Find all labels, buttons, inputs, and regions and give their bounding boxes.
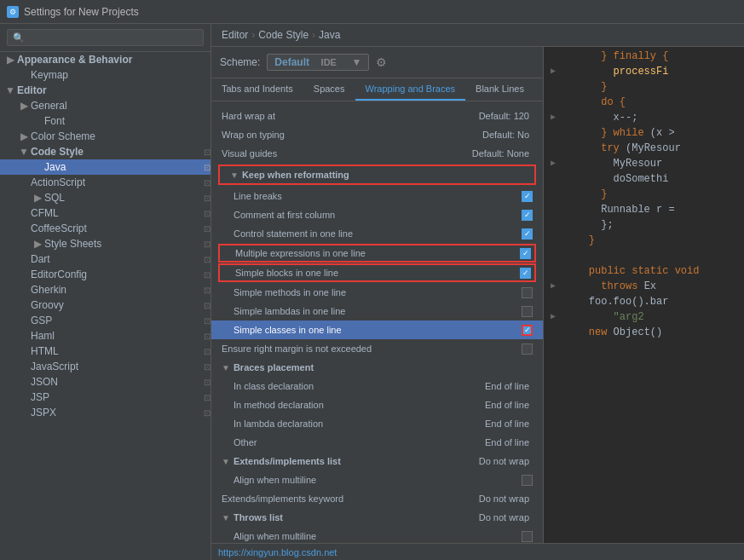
row-simple-classes[interactable]: Simple classes in one line bbox=[211, 320, 543, 339]
sidebar-item-sql[interactable]: ▶ SQL ⊡ bbox=[0, 190, 211, 205]
copy-icon-haml: ⊡ bbox=[204, 332, 211, 341]
code-content: } finally { ▶ processFi } do { bbox=[544, 47, 744, 543]
code-line-14 bbox=[551, 250, 737, 265]
value-throws-list: Do not wrap bbox=[461, 512, 529, 522]
value-extends-keyword: Do not wrap bbox=[461, 494, 529, 504]
sidebar-item-gherkin[interactable]: Gherkin ⊡ bbox=[0, 282, 211, 297]
label-align-multiline-throws: Align when multiline bbox=[222, 531, 522, 541]
settings-code-split: Scheme: Default IDE ▼ ⚙ Tabs and Indents… bbox=[211, 47, 744, 543]
sidebar-item-groovy[interactable]: Groovy ⊡ bbox=[0, 297, 211, 313]
arrow-sql: ▶ bbox=[31, 192, 44, 204]
sidebar-item-javascript[interactable]: JavaScript ⊡ bbox=[0, 359, 211, 374]
copy-icon-cfml: ⊡ bbox=[204, 209, 211, 218]
sidebar-item-html[interactable]: HTML ⊡ bbox=[0, 344, 211, 359]
row-align-multiline-throws[interactable]: Align when multiline bbox=[211, 527, 543, 543]
check-simple-blocks[interactable] bbox=[520, 268, 531, 279]
section-extends-list[interactable]: ▼ Extends/implements list Do not wrap bbox=[211, 452, 543, 471]
check-align-multiline-throws[interactable] bbox=[522, 531, 533, 542]
editorconfig-label: EditorConfig bbox=[31, 268, 202, 280]
sidebar-item-editor[interactable]: ▼ Editor bbox=[0, 83, 211, 98]
breadcrumb-java: Java bbox=[319, 29, 340, 41]
sidebar-item-gsp[interactable]: GSP ⊡ bbox=[0, 313, 211, 328]
section-braces-placement[interactable]: ▼ Braces placement bbox=[211, 358, 543, 377]
row-multiple-expressions[interactable]: Multiple expressions in one line bbox=[218, 244, 536, 263]
value-other-brace: End of line bbox=[461, 437, 529, 447]
code-line-10: } bbox=[551, 188, 737, 204]
row-simple-methods[interactable]: Simple methods in one line bbox=[211, 283, 543, 302]
code-line-3: } bbox=[551, 81, 737, 96]
row-other-brace[interactable]: Other End of line bbox=[211, 433, 543, 452]
editor-label: Editor bbox=[17, 84, 211, 96]
row-simple-lambdas[interactable]: Simple lambdas in one line bbox=[211, 302, 543, 320]
row-method-declaration[interactable]: In method declaration End of line bbox=[211, 395, 543, 414]
sidebar-item-style-sheets[interactable]: ▶ Style Sheets ⊡ bbox=[0, 236, 211, 251]
sidebar-item-color-scheme[interactable]: ▶ Color Scheme bbox=[0, 129, 211, 144]
arrow-color-scheme: ▶ bbox=[17, 130, 31, 142]
sidebar-item-java[interactable]: Java ⊡ bbox=[0, 159, 211, 175]
sidebar-item-code-style[interactable]: ▼ Code Style ⊡ bbox=[0, 144, 211, 159]
breadcrumb-code-style: Code Style bbox=[258, 29, 309, 41]
tab-spaces[interactable]: Spaces bbox=[303, 78, 355, 101]
code-line-7: try (MyResour bbox=[551, 142, 737, 158]
row-lambda-declaration[interactable]: In lambda declaration End of line bbox=[211, 414, 543, 433]
tab-javadoc[interactable]: JavaDoc bbox=[534, 78, 543, 101]
copy-icon-actionscript: ⊡ bbox=[204, 178, 211, 188]
label-simple-blocks: Simple blocks in one line bbox=[223, 268, 520, 278]
sidebar-item-actionscript[interactable]: ActionScript ⊡ bbox=[0, 175, 211, 190]
scheme-badge: IDE bbox=[321, 57, 337, 67]
search-input[interactable] bbox=[7, 29, 204, 46]
java-label: Java bbox=[44, 161, 202, 173]
label-comment-first-column: Comment at first column bbox=[222, 210, 522, 220]
arrow-editor: ▼ bbox=[3, 84, 17, 96]
copy-icon-coffeescript: ⊡ bbox=[204, 224, 211, 234]
code-line-4: do { bbox=[551, 96, 737, 112]
sidebar-item-cfml[interactable]: CFML ⊡ bbox=[0, 205, 211, 221]
code-line-8: ▶ MyResour bbox=[551, 158, 737, 173]
gsp-label: GSP bbox=[31, 315, 202, 326]
gear-icon[interactable]: ⚙ bbox=[376, 55, 387, 69]
row-line-breaks[interactable]: Line breaks bbox=[211, 187, 543, 205]
check-comment-first-column[interactable] bbox=[522, 210, 533, 221]
row-comment-first-column[interactable]: Comment at first column bbox=[211, 205, 543, 224]
check-multiple-expressions[interactable] bbox=[520, 248, 531, 259]
copy-icon-style-sheets: ⊡ bbox=[204, 240, 211, 249]
row-class-declaration[interactable]: In class declaration End of line bbox=[211, 377, 543, 395]
sidebar-item-general[interactable]: ▶ General bbox=[0, 98, 211, 113]
row-extends-keyword[interactable]: Extends/implements keyword Do not wrap bbox=[211, 489, 543, 508]
check-simple-methods[interactable] bbox=[522, 287, 533, 298]
section-keep-reformatting[interactable]: ▼ Keep when reformatting bbox=[218, 165, 536, 185]
section-throws-list[interactable]: ▼ Throws list Do not wrap bbox=[211, 508, 543, 527]
row-control-statement[interactable]: Control statement in one line bbox=[211, 224, 543, 243]
sidebar-item-jspx[interactable]: JSPX ⊡ bbox=[0, 405, 211, 420]
check-control-statement[interactable] bbox=[522, 228, 533, 240]
row-simple-blocks[interactable]: Simple blocks in one line bbox=[218, 263, 536, 282]
groovy-label: Groovy bbox=[31, 299, 202, 311]
tab-wrapping-braces[interactable]: Wrapping and Braces bbox=[355, 78, 466, 101]
check-align-multiline-extends[interactable] bbox=[522, 475, 533, 486]
sidebar-item-jsp[interactable]: JSP ⊡ bbox=[0, 390, 211, 405]
sidebar-item-editorconfig[interactable]: EditorConfig ⊡ bbox=[0, 267, 211, 282]
sidebar-item-json[interactable]: JSON ⊡ bbox=[0, 374, 211, 390]
scheme-select[interactable]: Default IDE ▼ bbox=[267, 54, 369, 71]
sidebar-item-coffeescript[interactable]: CoffeeScript ⊡ bbox=[0, 221, 211, 236]
sidebar-item-font[interactable]: Font bbox=[0, 113, 211, 129]
settings-content: Hard wrap at Default: 120 Wrap on typing… bbox=[211, 101, 543, 543]
scheme-value: Default bbox=[274, 56, 309, 68]
value-lambda-declaration: End of line bbox=[461, 419, 529, 429]
sidebar-item-keymap[interactable]: Keymap bbox=[0, 67, 211, 83]
sidebar-item-appearance[interactable]: ▶ Appearance & Behavior bbox=[0, 52, 211, 67]
tab-tabs-indents[interactable]: Tabs and Indents bbox=[211, 78, 303, 101]
row-align-multiline-extends[interactable]: Align when multiline bbox=[211, 471, 543, 489]
sidebar-item-dart[interactable]: Dart ⊡ bbox=[0, 251, 211, 267]
code-line-6: } while (x > bbox=[551, 127, 737, 142]
check-simple-lambdas[interactable] bbox=[522, 306, 533, 317]
tab-blank-lines[interactable]: Blank Lines bbox=[465, 78, 534, 101]
row-ensure-right-margin[interactable]: Ensure right margin is not exceeded bbox=[211, 339, 543, 358]
check-ensure-right-margin[interactable] bbox=[522, 344, 533, 355]
value-class-declaration: End of line bbox=[461, 381, 529, 391]
check-simple-classes[interactable] bbox=[522, 325, 533, 336]
check-line-breaks[interactable] bbox=[522, 191, 533, 202]
value-extends-list: Do not wrap bbox=[461, 456, 529, 466]
sidebar-item-haml[interactable]: Haml ⊡ bbox=[0, 328, 211, 344]
code-line-13: } bbox=[551, 234, 737, 250]
